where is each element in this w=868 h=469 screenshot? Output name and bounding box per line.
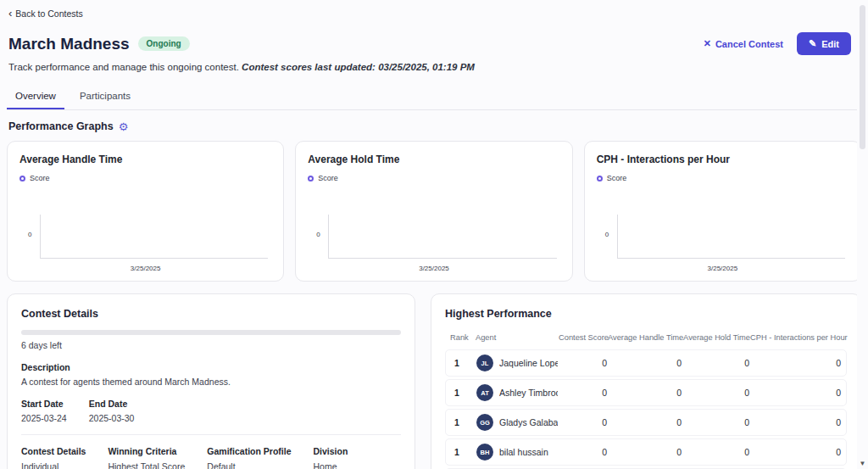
agent-name: Ashley Timbrook	[499, 388, 558, 398]
contest-score-cell: 0	[558, 417, 607, 427]
bottom-panels: Contest Details 6 days left Description …	[7, 293, 861, 469]
chart-card-row: Average Handle Time Score 0 3/25/2025 Av…	[7, 141, 861, 282]
agent-cell: BH bilal hussain	[476, 444, 558, 461]
table-row[interactable]: 1 AT Ashley Timbrook 0 0 0 0	[445, 379, 847, 406]
contest-detail-page: ‹ Back to Contests March Madness Ongoing…	[0, 0, 868, 469]
highest-performance-title: Highest Performance	[445, 308, 847, 320]
legend-marker-icon	[19, 176, 25, 181]
chart-title: CPH - Interactions per Hour	[597, 154, 849, 165]
tab-overview[interactable]: Overview	[7, 84, 64, 109]
avg-handle-time-cell: 0	[607, 388, 682, 398]
chart-plot-area: 0 3/25/2025	[21, 203, 270, 272]
chart-title: Average Hold Time	[308, 154, 559, 165]
agent-cell: JL Jaqueline Lopes	[476, 355, 558, 371]
y-axis-tick-label: 0	[605, 231, 609, 238]
chevron-left-icon: ‹	[8, 9, 12, 18]
legend-label: Score	[30, 174, 50, 182]
tab-participants[interactable]: Participants	[71, 84, 139, 109]
avg-hold-time-cell: 0	[682, 388, 749, 398]
end-date-label: End Date	[89, 399, 135, 409]
agent-name: bilal hussain	[499, 447, 548, 457]
cph-cell: 0	[749, 358, 841, 368]
avatar: GG	[476, 414, 493, 431]
attribute-label: Division	[313, 446, 348, 456]
cph-cell: 0	[749, 417, 841, 427]
avg-handle-time-cell: 0	[607, 358, 682, 368]
contest-details-card: Contest Details 6 days left Description …	[7, 293, 415, 469]
back-link[interactable]: ‹ Back to Contests	[8, 8, 83, 19]
status-badge: Ongoing	[138, 36, 190, 51]
leaderboard-table: RankAgentContest ScoreAverage Handle Tim…	[445, 328, 847, 469]
cph-cell: 0	[749, 447, 841, 457]
rank-cell: 1	[451, 388, 476, 398]
cph-cell: 0	[749, 388, 841, 398]
legend-marker-icon	[308, 176, 314, 181]
chart-card: CPH - Interactions per Hour Score 0 3/25…	[584, 141, 861, 282]
topbar: ‹ Back to Contests	[0, 0, 868, 22]
scrollbar-thumb[interactable]	[860, 5, 865, 149]
legend-label: Score	[318, 174, 338, 182]
x-axis-tick-label: 3/25/2025	[309, 265, 558, 272]
scroll-down-icon[interactable]: ▼	[857, 460, 868, 467]
contest-attribute: Contest Details Individual	[21, 446, 86, 469]
avatar: JL	[476, 355, 493, 371]
cancel-contest-button[interactable]: ✕ Cancel Contest	[704, 38, 783, 49]
attribute-value: Home	[313, 461, 348, 469]
chart-legend-item[interactable]: Score	[308, 174, 338, 182]
avg-hold-time-cell: 0	[682, 447, 749, 457]
scrollbar[interactable]: ▼	[857, 0, 868, 469]
page-title: March Madness	[8, 35, 130, 53]
column-header: Average Handle Time	[608, 333, 682, 342]
contest-attribute: Gamification Profile Default	[207, 446, 291, 469]
divider	[21, 434, 401, 435]
agent-name: Gladys Galabay	[499, 417, 558, 427]
rank-cell: 1	[451, 358, 476, 368]
time-left-label: 6 days left	[21, 340, 401, 350]
table-body: 1 JL Jaqueline Lopes 0 0 0 0 1 AT Ashley…	[445, 349, 847, 469]
end-date-value: 2025-03-30	[89, 413, 135, 423]
agent-cell: GG Gladys Galabay	[476, 414, 558, 431]
description-text: A contest for agents themed around March…	[21, 377, 401, 387]
avatar: AT	[476, 384, 493, 401]
table-row[interactable]: 1 BH bilal hussain 0 0 0 0	[445, 438, 847, 466]
contest-score-cell: 0	[558, 388, 607, 398]
start-date-label: Start Date	[21, 399, 67, 409]
column-header: Average Hold Time	[682, 333, 750, 342]
table-header-row: RankAgentContest ScoreAverage Handle Tim…	[445, 328, 847, 347]
close-icon: ✕	[704, 38, 711, 49]
chart-card: Average Handle Time Score 0 3/25/2025	[7, 141, 284, 282]
right-column: Highest Performance RankAgentContest Sco…	[431, 293, 861, 469]
edit-button[interactable]: ✎ Edit	[797, 32, 851, 55]
contest-score-cell: 0	[558, 358, 607, 368]
legend-label: Score	[607, 174, 627, 182]
table-row[interactable]: 1 GG Gladys Galabay 0 0 0 0	[445, 409, 847, 436]
agent-name: Jaqueline Lopes	[499, 358, 558, 368]
avatar: BH	[476, 444, 493, 461]
chart-title: Average Handle Time	[19, 154, 271, 165]
back-link-label: Back to Contests	[15, 8, 82, 19]
attribute-label: Gamification Profile	[207, 446, 291, 456]
attribute-label: Winning Criteria	[108, 446, 185, 456]
y-axis-tick-label: 0	[316, 231, 320, 238]
gear-icon[interactable]: ⚙	[119, 121, 129, 132]
last-updated-text: Contest scores last updated: 03/25/2025,…	[242, 62, 475, 72]
legend-marker-icon	[597, 176, 603, 181]
agent-cell: AT Ashley Timbrook	[476, 384, 558, 401]
y-axis-tick-label: 0	[28, 231, 31, 238]
attribute-value: Default	[207, 461, 291, 469]
contest-attributes-row: Contest Details Individual Winning Crite…	[21, 446, 401, 469]
description-label: Description	[21, 362, 401, 372]
pencil-icon: ✎	[809, 38, 816, 49]
x-axis-tick-label: 3/25/2025	[598, 265, 847, 272]
column-header: Agent	[476, 333, 559, 342]
attribute-label: Contest Details	[21, 446, 86, 456]
avg-handle-time-cell: 0	[607, 447, 682, 457]
avg-hold-time-cell: 0	[682, 358, 749, 368]
edit-button-label: Edit	[821, 39, 839, 49]
attribute-value: Individual	[21, 461, 86, 469]
start-date-value: 2025-03-24	[21, 413, 67, 423]
section-title: Performance Graphs	[8, 120, 114, 132]
chart-legend-item[interactable]: Score	[19, 174, 50, 182]
chart-legend-item[interactable]: Score	[597, 174, 627, 182]
table-row[interactable]: 1 JL Jaqueline Lopes 0 0 0 0	[445, 349, 847, 377]
